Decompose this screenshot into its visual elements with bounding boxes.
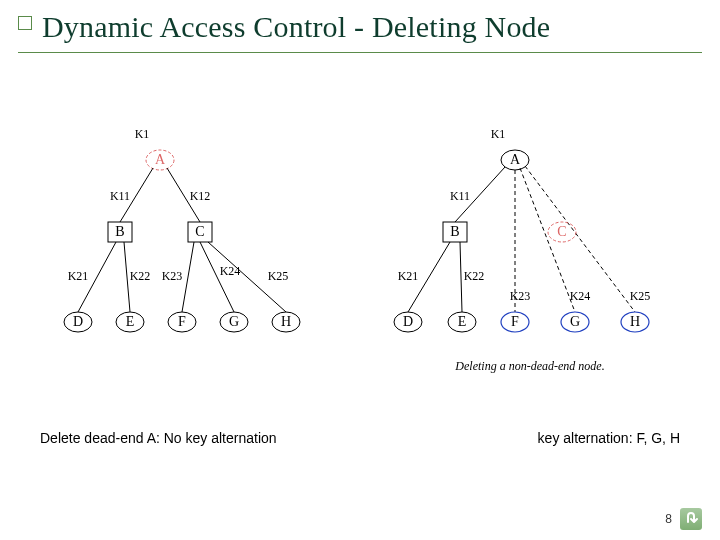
caption-left: Delete dead-end A: No key alternation [40, 430, 277, 446]
left-tree: K1 A K11 K12 B C K21 K22 K23 K24 K25 D E… [64, 130, 300, 332]
right-key-cf: K23 [510, 289, 531, 303]
left-node-g-label: G [229, 314, 239, 329]
caption-right: key alternation: F, G, H [538, 430, 680, 446]
right-key-cg: K24 [570, 289, 591, 303]
right-key-ab: K11 [450, 189, 470, 203]
caption-row: Delete dead-end A: No key alternation ke… [40, 430, 680, 446]
right-key-bd: K21 [398, 269, 419, 283]
left-node-e-label: E [126, 314, 135, 329]
left-key-ch: K25 [268, 269, 289, 283]
right-node-e-label: E [458, 314, 467, 329]
tree-diagrams-svg: K1 A K11 K12 B C K21 K22 K23 K24 K25 D E… [50, 130, 690, 430]
right-node-h-label: H [630, 314, 640, 329]
right-node-f-label: F [511, 314, 519, 329]
u-turn-arrow-icon [683, 511, 699, 527]
right-node-a-label: A [510, 152, 521, 167]
left-node-b-label: B [115, 224, 124, 239]
slide-title: Dynamic Access Control - Deleting Node [42, 10, 550, 43]
left-node-h-label: H [281, 314, 291, 329]
left-node-a-label: A [155, 152, 166, 167]
figure-caption: Deleting a non-dead-end node. [454, 359, 604, 373]
left-key-cg: K24 [220, 264, 241, 278]
right-edge-be [460, 242, 462, 312]
return-icon[interactable] [680, 508, 702, 530]
right-root-key: K1 [491, 130, 506, 141]
right-key-be: K22 [464, 269, 485, 283]
right-node-g-label: G [570, 314, 580, 329]
left-key-ab: K11 [110, 189, 130, 203]
right-node-c-label: C [557, 224, 566, 239]
page-number: 8 [665, 512, 672, 526]
slide-footer: 8 [665, 508, 702, 530]
right-key-ch: K25 [630, 289, 651, 303]
left-node-f-label: F [178, 314, 186, 329]
right-node-d-label: D [403, 314, 413, 329]
left-key-ac: K12 [190, 189, 211, 203]
left-key-cf: K23 [162, 269, 183, 283]
right-tree: K1 A K11 B C K21 K22 K23 K24 K25 D E F [394, 130, 650, 373]
left-root-key: K1 [135, 130, 150, 141]
left-node-c-label: C [195, 224, 204, 239]
right-node-b-label: B [450, 224, 459, 239]
left-node-d-label: D [73, 314, 83, 329]
diagram-area: K1 A K11 K12 B C K21 K22 K23 K24 K25 D E… [50, 130, 690, 430]
left-edge-cf [182, 242, 194, 312]
left-key-bd: K21 [68, 269, 89, 283]
left-key-be: K22 [130, 269, 151, 283]
slide-title-bar: Dynamic Access Control - Deleting Node [18, 10, 702, 53]
